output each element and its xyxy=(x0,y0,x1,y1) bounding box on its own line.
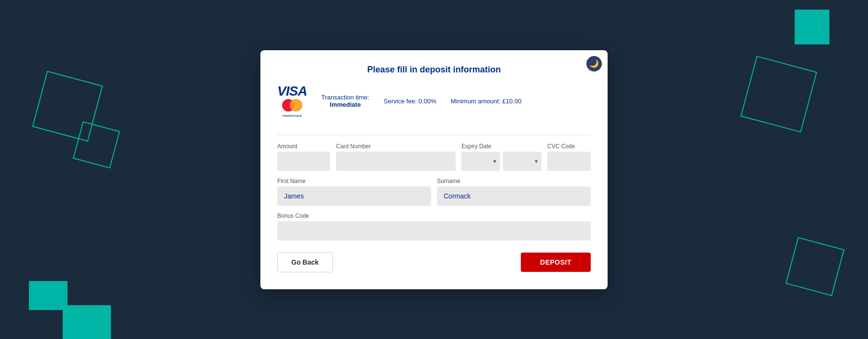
name-row: First Name Surname xyxy=(277,178,591,206)
cvc-group: CVC Code xyxy=(547,143,591,171)
bg-decoration-6 xyxy=(740,56,817,132)
payment-info-row: VISA mastercard Transaction time: Immedi… xyxy=(277,85,591,125)
first-name-input[interactable] xyxy=(277,186,431,206)
surname-label: Surname xyxy=(437,178,591,184)
expiry-date-label: Expiry Date xyxy=(461,143,542,150)
moon-icon: 🌙 xyxy=(589,59,599,68)
expiry-date-group: Expiry Date 010203 040506 070809 101112 … xyxy=(461,143,542,171)
mc-circle-right xyxy=(290,99,302,112)
card-number-label: Card Number xyxy=(336,143,456,150)
expiry-year-select[interactable]: 202420252026 202720282029 2030 xyxy=(503,152,542,171)
bg-decoration-5 xyxy=(772,10,829,68)
expiry-month-wrapper: 010203 040506 070809 101112 ▾ xyxy=(461,152,500,171)
service-fee-label: Service fee: 0.00% xyxy=(384,98,436,105)
transaction-time-detail: Transaction time: Immediate xyxy=(321,94,369,108)
bonus-code-group: Bonus Code xyxy=(277,212,591,240)
bg-decoration-7 xyxy=(786,237,844,296)
buttons-row: Go Back Deposit xyxy=(277,252,591,272)
minimum-amount-label: Minimum amount: £10.00 xyxy=(451,98,522,105)
amount-label: Amount xyxy=(277,143,330,150)
amount-input[interactable] xyxy=(277,152,330,171)
first-name-group: First Name xyxy=(277,178,431,206)
card-info-row: Amount Card Number Expiry Date 010203 04… xyxy=(277,143,591,171)
transaction-time-value: Immediate xyxy=(330,101,361,108)
bonus-row: Bonus Code xyxy=(277,212,591,240)
surname-group: Surname xyxy=(437,178,591,206)
mastercard-label: mastercard xyxy=(283,113,302,118)
modal-title: Please fill in deposit information xyxy=(277,65,591,75)
bonus-code-input[interactable] xyxy=(277,221,591,240)
card-number-input[interactable] xyxy=(336,152,456,171)
card-number-group: Card Number xyxy=(336,143,456,171)
minimum-amount-detail: Minimum amount: £10.00 xyxy=(451,98,522,105)
payment-logos: VISA mastercard xyxy=(277,85,307,118)
expiry-year-wrapper: 202420252026 202720282029 2030 ▾ xyxy=(503,152,542,171)
amount-group: Amount xyxy=(277,143,330,171)
bg-decoration-4 xyxy=(63,305,111,339)
cvc-label: CVC Code xyxy=(547,143,591,150)
bg-decoration-2 xyxy=(73,121,120,169)
service-fee-detail: Service fee: 0.00% xyxy=(384,98,436,105)
bonus-code-label: Bonus Code xyxy=(277,212,591,219)
first-name-label: First Name xyxy=(277,178,431,184)
deposit-modal: 🌙 Please fill in deposit information VIS… xyxy=(260,50,608,289)
cvc-input[interactable] xyxy=(547,152,591,171)
deposit-button[interactable]: Deposit xyxy=(521,253,591,272)
go-back-button[interactable]: Go Back xyxy=(277,252,333,272)
expiry-inputs: 010203 040506 070809 101112 ▾ 2024202520… xyxy=(461,152,542,171)
night-mode-button[interactable]: 🌙 xyxy=(586,56,602,71)
surname-input[interactable] xyxy=(437,186,591,206)
bg-decoration-1 xyxy=(32,71,103,142)
bg-decoration-3 xyxy=(29,262,68,310)
expiry-month-select[interactable]: 010203 040506 070809 101112 xyxy=(461,152,500,171)
divider xyxy=(277,135,591,135)
transaction-time-label: Transaction time: xyxy=(321,94,369,101)
mastercard-logo xyxy=(282,99,302,112)
visa-logo: VISA xyxy=(277,85,307,98)
